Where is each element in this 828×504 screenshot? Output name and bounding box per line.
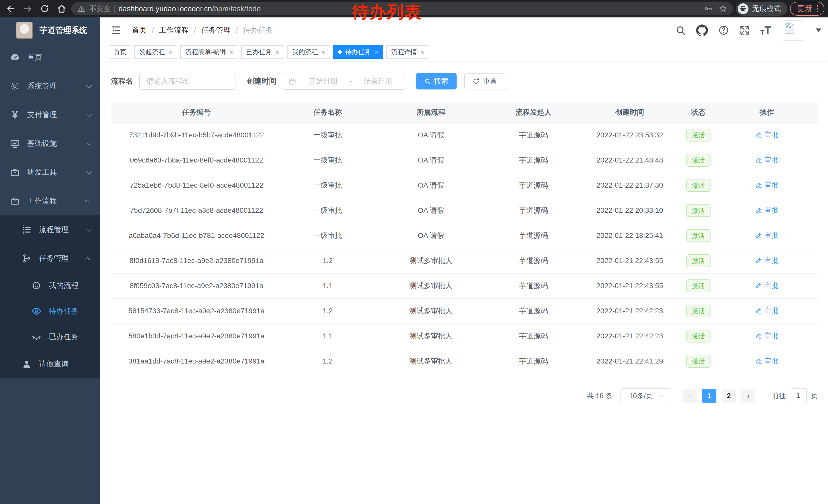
sidebar-item-done-tasks[interactable]: 已办任务 [0,324,100,350]
breadcrumb-task-mgmt[interactable]: 任务管理 [201,25,231,35]
github-icon[interactable] [696,25,708,36]
page-title-annotation: 待办列表 [352,1,422,24]
prev-page-button[interactable]: ‹ [682,388,697,403]
active-tab-dot [338,50,342,54]
page-size-value: 10条/页 [629,391,653,401]
approve-link[interactable]: 审批 [755,155,779,165]
status-badge: 激活 [687,254,710,267]
pagination: 共 16 条 10条/页 ‹ 12 › 前往 页 [111,388,818,403]
close-icon[interactable]: × [230,49,234,55]
approve-link[interactable]: 审批 [755,331,779,340]
gauge-icon [9,52,20,62]
sidebar-item-process-mgmt[interactable]: 流程管理 [0,215,100,244]
date-range-picker[interactable]: 开始日期 - 结束日期 [283,73,405,90]
warning-icon [77,4,86,13]
sidebar-item-label: 首页 [27,52,42,62]
breadcrumb-separator: / [152,26,154,35]
breadcrumb-workflow[interactable]: 工作流程 [159,25,189,35]
search-button[interactable]: 搜索 [416,73,457,89]
sidebar-item-devtools[interactable]: 研发工具 [0,158,100,187]
close-icon[interactable]: × [374,49,378,55]
cell-starter: 芋道源码 [489,198,578,223]
cell-task-id: 069c6a63-7b8a-11ec-8ef0-acde48001122 [111,148,282,173]
tab-已办任务[interactable]: 已办任务× [241,45,284,59]
next-page-button[interactable]: › [741,388,755,403]
chevron-up-icon [85,257,90,262]
approve-link[interactable]: 审批 [755,180,779,190]
browser-update-button[interactable]: 更新 [790,2,824,16]
cell-create-time: 2022-01-22 21:37:30 [578,173,681,198]
incognito-badge: 无痕模式 [736,2,787,16]
tab-首页[interactable]: 首页 [109,45,131,59]
browser-back-icon[interactable] [4,2,18,16]
sidebar-item-infra[interactable]: 基础设施 [0,129,100,158]
table-row: a6aba0a4-7b6d-11ec-b781-acde48001122一级审批… [111,223,818,248]
bookmark-star-icon[interactable] [718,4,728,13]
tree-icon [21,253,32,264]
close-icon[interactable]: × [276,49,279,55]
status-badge: 激活 [687,305,710,317]
close-icon[interactable]: × [321,49,325,55]
task-table: 任务编号任务名称所属流程流程发起人创建时间状态操作 73211d9d-7b9b-… [111,102,818,374]
approve-link[interactable]: 审批 [755,130,779,139]
breadcrumb-home[interactable]: 首页 [132,25,147,35]
process-name-input[interactable] [139,73,236,90]
page-button-2[interactable]: 2 [721,388,736,403]
close-icon[interactable]: × [169,49,172,55]
sidebar-item-label: 已办任务 [49,332,79,342]
browser-menu-icon[interactable] [817,5,820,12]
security-label[interactable]: 不安全 [89,4,111,13]
approve-link[interactable]: 审批 [755,256,779,265]
sidebar-item-payment[interactable]: ¥支付管理 [0,100,100,129]
app-logo-row[interactable]: 芋道管理系统 [0,17,100,43]
close-icon[interactable]: × [420,49,424,55]
cell-task-id: 73211d9d-7b9b-11ec-b5b7-acde48001122 [111,123,282,148]
monitor-icon [9,138,20,149]
sidebar-item-system[interactable]: 系统管理 [0,72,100,100]
approve-link[interactable]: 审批 [755,231,779,240]
key-icon[interactable] [704,4,713,13]
help-icon[interactable] [718,25,729,36]
tab-流程表单-编辑[interactable]: 流程表单-编辑× [180,45,238,59]
chevron-down-icon[interactable] [816,29,821,32]
goto-page-input[interactable] [790,388,807,403]
sidebar-item-task-mgmt[interactable]: 任务管理 [0,244,100,273]
browser-reload-icon[interactable] [37,2,52,16]
reset-button[interactable]: 重置 [464,73,505,89]
chevron-down-icon [86,111,92,117]
sidebar-item-leave-query[interactable]: 请假查询 [0,350,100,378]
cell-task-name: 1.2 [282,349,373,374]
tab-发起流程[interactable]: 发起流程× [134,45,177,59]
page-size-select[interactable]: 10条/页 [620,388,671,403]
approve-link[interactable]: 审批 [755,306,779,315]
sidebar-item-my-process[interactable]: 我的流程 [0,273,100,299]
table-row: 75d72608-7b7f-11ec-a3c8-acde48001122一级审批… [111,198,818,223]
sidebar-item-home[interactable]: 首页 [0,43,100,72]
sidebar-item-workflow[interactable]: 工作流程 [0,187,100,215]
browser-home-icon[interactable] [54,2,69,16]
sidebar-item-todo-tasks[interactable]: 待办任务 [0,299,100,324]
tab-流程详情[interactable]: 流程详情× [386,45,429,59]
status-badge: 激活 [687,330,710,342]
browser-forward-icon[interactable] [20,2,35,16]
page-button-1[interactable]: 1 [702,388,716,403]
tab-我的流程[interactable]: 我的流程× [287,45,330,59]
font-size-icon[interactable]: TT [760,25,771,36]
chevron-up-icon [85,199,90,205]
cell-task-id: 58154733-7ac8-11ec-a9e2-a2380e71991a [111,299,282,324]
search-icon[interactable] [675,25,686,36]
cell-task-id: 8f0d1619-7ac8-11ec-a9e2-a2380e71991a [111,248,282,273]
chevron-down-icon [86,169,92,174]
avatar[interactable] [783,20,803,41]
approve-link[interactable]: 审批 [755,205,779,215]
approve-link[interactable]: 审批 [755,281,779,290]
cell-task-id: 75d72608-7b7f-11ec-a3c8-acde48001122 [111,198,282,223]
approve-link[interactable]: 审批 [755,356,779,366]
tab-待办任务[interactable]: 待办任务× [333,45,383,59]
cell-starter: 芋道源码 [489,299,578,324]
hamburger-icon[interactable] [110,25,122,36]
fullscreen-icon[interactable] [739,25,750,36]
cell-flow: OA 请假 [373,123,489,148]
incognito-label: 无痕模式 [752,4,781,13]
tab-label: 已办任务 [246,48,272,56]
